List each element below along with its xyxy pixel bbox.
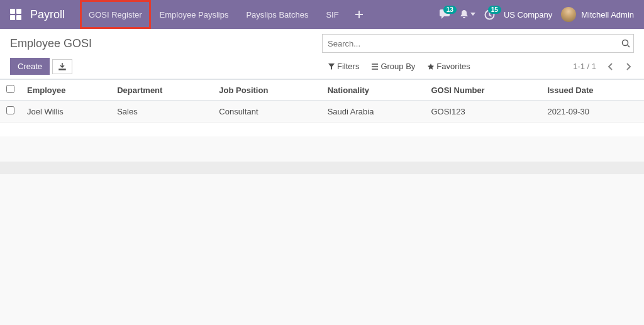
avatar — [561, 7, 576, 22]
cell-job-position: Consultant — [213, 101, 321, 123]
filter-bar: Filters Group By Favorites — [322, 59, 477, 74]
col-header-gosi-number[interactable]: GOSI Number — [425, 80, 541, 101]
messages-icon[interactable]: 13 — [439, 9, 450, 19]
data-table: Employee Department Job Position Nationa… — [0, 79, 644, 136]
download-icon — [58, 63, 66, 70]
favorites-label: Favorites — [436, 62, 470, 71]
messages-badge: 13 — [443, 6, 457, 14]
col-header-issued-date[interactable]: Issued Date — [541, 80, 644, 101]
nav-left: Payroll GOSI Register Employee Payslips … — [10, 0, 370, 29]
create-button[interactable]: Create — [10, 58, 50, 75]
pager-prev-icon[interactable] — [605, 63, 615, 70]
nav-item-payslips-batches[interactable]: Payslips Batches — [237, 0, 317, 29]
filters-button[interactable]: Filters — [322, 59, 365, 74]
select-all-checkbox[interactable] — [6, 85, 14, 93]
pager-text: 1-1 / 1 — [573, 62, 596, 71]
table-footer-row — [0, 123, 644, 136]
nav-item-label: GOSI Register — [89, 10, 142, 19]
nav-add-menu-icon[interactable] — [348, 0, 370, 29]
nav-item-label: Employee Payslips — [160, 10, 229, 19]
cell-gosi-number: GOSI123 — [425, 101, 541, 123]
nav-item-employee-payslips[interactable]: Employee Payslips — [151, 0, 238, 29]
list-icon — [372, 63, 378, 70]
page-title: Employee GOSI — [10, 37, 92, 50]
nav-item-label: SIF — [326, 10, 338, 19]
download-button[interactable] — [52, 59, 72, 74]
select-all-cell — [0, 80, 21, 101]
nav-item-gosi-register[interactable]: GOSI Register — [80, 0, 151, 29]
company-switcher[interactable]: US Company — [504, 10, 552, 19]
funnel-icon — [328, 63, 335, 70]
cell-department: Sales — [111, 101, 213, 123]
col-header-nationality[interactable]: Nationality — [321, 80, 425, 101]
bottom-spacer — [0, 162, 644, 174]
user-menu[interactable]: Mitchell Admin — [561, 7, 634, 22]
row-select-cell — [0, 101, 21, 123]
nav-right: 13 15 US Company Mitchell Admin — [439, 7, 634, 22]
cell-employee: Joel Willis — [21, 101, 111, 123]
nav-menu: GOSI Register Employee Payslips Payslips… — [80, 0, 370, 29]
favorites-button[interactable]: Favorites — [421, 59, 476, 74]
star-icon — [428, 63, 434, 70]
row-checkbox[interactable] — [6, 106, 14, 114]
nav-item-sif[interactable]: SIF — [317, 0, 347, 29]
search-input[interactable] — [322, 34, 634, 53]
cell-nationality: Saudi Arabia — [321, 101, 425, 123]
search-icon[interactable] — [621, 39, 630, 48]
table-row[interactable]: Joel Willis Sales Consultant Saudi Arabi… — [0, 101, 644, 123]
pager: 1-1 / 1 — [573, 62, 634, 71]
table-header-row: Employee Department Job Position Nationa… — [0, 80, 644, 101]
control-panel: Employee GOSI Create Filters — [0, 29, 644, 79]
user-name: Mitchell Admin — [581, 10, 634, 19]
app-title: Payroll — [30, 8, 65, 21]
nav-item-label: Payslips Batches — [246, 10, 308, 19]
search-wrap — [322, 34, 634, 53]
group-by-button[interactable]: Group By — [365, 59, 421, 74]
pager-next-icon[interactable] — [624, 63, 634, 70]
col-header-job-position[interactable]: Job Position — [213, 80, 321, 101]
group-by-label: Group By — [380, 62, 415, 71]
cell-issued-date: 2021-09-30 — [541, 101, 644, 123]
activities-icon[interactable]: 15 — [484, 9, 495, 20]
col-header-department[interactable]: Department — [111, 80, 213, 101]
top-navbar: Payroll GOSI Register Employee Payslips … — [0, 0, 644, 29]
svg-point-1 — [623, 40, 628, 46]
activities-badge: 15 — [488, 6, 501, 14]
apps-icon[interactable] — [10, 9, 21, 20]
filters-label: Filters — [337, 62, 359, 71]
notifications-icon[interactable] — [459, 9, 475, 19]
col-header-employee[interactable]: Employee — [21, 80, 111, 101]
